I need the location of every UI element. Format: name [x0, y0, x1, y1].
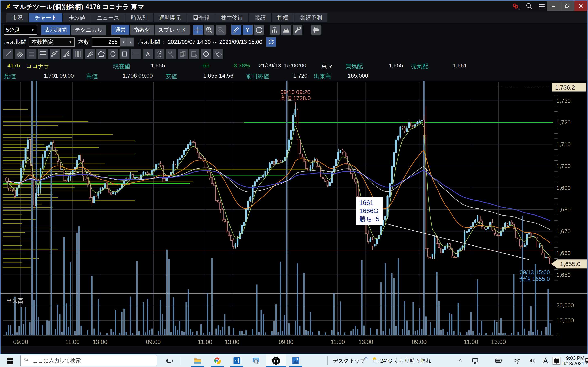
info-icon[interactable]: i: [254, 25, 264, 35]
parallel-lines-tool-icon[interactable]: [15, 49, 25, 59]
task-view-icon[interactable]: [163, 354, 176, 367]
eraser-all-tool-icon[interactable]: A: [213, 49, 223, 59]
clock-app-icon[interactable]: 12:30: [227, 354, 247, 367]
high-value: 1,706 09:00: [122, 73, 153, 79]
wrench-icon[interactable]: [293, 25, 302, 35]
svg-text:1,720: 1,720: [556, 119, 571, 125]
eraser-tool-icon[interactable]: [201, 49, 211, 59]
svg-text:1,700: 1,700: [556, 163, 571, 169]
copy-tool-icon[interactable]: [178, 49, 188, 59]
high-label: 高値: [86, 73, 98, 80]
area-chart-icon[interactable]: [281, 25, 291, 35]
speaker-icon[interactable]: [527, 354, 538, 367]
tab-市況[interactable]: 市況: [6, 13, 28, 22]
tab-歩み値[interactable]: 歩み値: [63, 13, 91, 22]
windows-start-icon[interactable]: [4, 354, 16, 367]
minimize-button[interactable]: [546, 1, 560, 11]
fib-arcs-tool-icon[interactable]: [50, 49, 60, 59]
tab-指標[interactable]: 指標: [272, 13, 294, 22]
tab-業績予測[interactable]: 業績予測: [294, 13, 328, 22]
tray-chevron-up-icon[interactable]: [455, 354, 466, 367]
svg-text:高値 1728.0: 高値 1728.0: [280, 95, 311, 101]
quote-panel: 4176 ココナラ 現在値 1,655 -65 -3.78% 21/09/13 …: [1, 60, 587, 81]
weather-icon[interactable]: [370, 354, 381, 367]
zoom-in-icon[interactable]: [204, 25, 214, 35]
svg-text:A: A: [214, 51, 217, 55]
yen-icon[interactable]: ¥: [243, 25, 252, 35]
search-icon[interactable]: [525, 2, 534, 10]
count-value: 255: [108, 39, 118, 45]
interval-select[interactable]: 5分足 ▼: [4, 25, 37, 35]
wifi-icon[interactable]: [511, 354, 523, 367]
tab-業績[interactable]: 業績: [249, 13, 271, 22]
chart-toolbar: 5分足 ▼ 表示期間テクニカル通常指数化スプレッド ¥iMY: [1, 24, 587, 36]
hlines4-tool-icon[interactable]: [38, 49, 48, 59]
cast-icon[interactable]: [470, 354, 481, 367]
link-icon[interactable]: 1: [511, 2, 520, 10]
count-input[interactable]: 255: [92, 37, 120, 47]
ime-mode-a-icon[interactable]: A: [541, 354, 550, 367]
hsegment-tool-icon[interactable]: [131, 49, 141, 59]
speed-lines-tool-icon[interactable]: [85, 49, 95, 59]
text-tool-icon[interactable]: A: [143, 49, 153, 59]
ask-label: 売気配: [411, 62, 428, 70]
action-center-icon[interactable]: [584, 354, 588, 367]
count-increment-button[interactable]: ▲: [127, 37, 134, 47]
ime-ball-icon[interactable]: [551, 354, 562, 367]
menu-icon[interactable]: [537, 2, 546, 10]
close-button[interactable]: [574, 1, 587, 11]
ellipse-tool-icon[interactable]: [108, 49, 118, 59]
explorer-icon[interactable]: [188, 354, 208, 367]
chevron-down-icon: ▼: [69, 40, 72, 44]
hand-tool-icon[interactable]: [189, 49, 199, 59]
svg-text:A: A: [146, 51, 150, 58]
svg-text:1,650: 1,650: [556, 272, 571, 278]
restore-button[interactable]: [561, 1, 574, 11]
printer-icon[interactable]: [311, 25, 321, 35]
taskbar-clock[interactable]: 9:03 PM 9/13/2021: [562, 356, 584, 366]
rectangle-tool-icon[interactable]: [120, 49, 130, 59]
candlestick-chart[interactable]: 1,6501,6601,6701,6801,6901,7001,7101,720…: [1, 81, 587, 346]
taskbar-search-input[interactable]: ここに入力して検索: [20, 355, 157, 366]
open-label: 始値: [4, 73, 16, 80]
weather-text[interactable]: 24°C くもり時々晴れ: [380, 354, 448, 367]
taskbar-separator: [181, 356, 181, 365]
pencil-icon[interactable]: [231, 25, 241, 35]
toolbar-button-テクニカル[interactable]: テクニカル: [71, 25, 106, 35]
trading-app-icon[interactable]: R: [266, 354, 286, 367]
tab-適時開示[interactable]: 適時開示: [154, 13, 187, 22]
battery-icon[interactable]: [493, 354, 504, 367]
price-chart[interactable]: 1,6501,6601,6701,6801,6901,7001,7101,720…: [1, 81, 587, 346]
icon-stamp-tool-icon[interactable]: icon: [154, 49, 164, 59]
tab-ニュース[interactable]: ニュース: [91, 13, 125, 22]
count-decrement-button[interactable]: ▼: [120, 37, 127, 47]
period-mode-select[interactable]: 本数指定 ▼: [29, 37, 75, 47]
photos-icon[interactable]: [286, 354, 305, 367]
pentagon-tool-icon[interactable]: [96, 49, 106, 59]
chrome-icon[interactable]: [208, 354, 227, 367]
toolbar-button-通常[interactable]: 通常: [112, 25, 130, 35]
fan-lines-tool-icon[interactable]: [61, 49, 71, 59]
tab-株主優待[interactable]: 株主優待: [215, 13, 249, 22]
toolbar-button-表示期間[interactable]: 表示期間: [41, 25, 70, 35]
zoom-out-icon[interactable]: [216, 25, 226, 35]
anchor-tool-icon[interactable]: [166, 49, 176, 59]
crosshair-icon[interactable]: [193, 25, 203, 35]
toolbar-button-スプレッド[interactable]: スプレッド: [155, 25, 190, 35]
vlines-tool-icon[interactable]: [73, 49, 83, 59]
trendline-tool-icon[interactable]: [3, 49, 13, 59]
market-name: 東マ: [321, 62, 333, 70]
svg-text:09/10 09:20: 09/10 09:20: [280, 89, 311, 95]
hlines3-tool-icon[interactable]: [26, 49, 36, 59]
tab-四季報[interactable]: 四季報: [187, 13, 215, 22]
desktop-expand-icon[interactable]: »: [365, 355, 368, 361]
tab-チャート[interactable]: チャート: [29, 13, 62, 22]
my-indicator-icon[interactable]: MY: [270, 25, 279, 35]
svg-text:1,730: 1,730: [556, 98, 571, 104]
snip-icon[interactable]: [247, 354, 266, 367]
taskbar-separator: [328, 356, 328, 365]
tab-時系列[interactable]: 時系列: [125, 13, 153, 22]
desktop-toolbar-label[interactable]: デスクトップ: [333, 354, 365, 367]
toolbar-button-指数化[interactable]: 指数化: [130, 25, 154, 35]
reset-period-icon[interactable]: [266, 37, 276, 47]
